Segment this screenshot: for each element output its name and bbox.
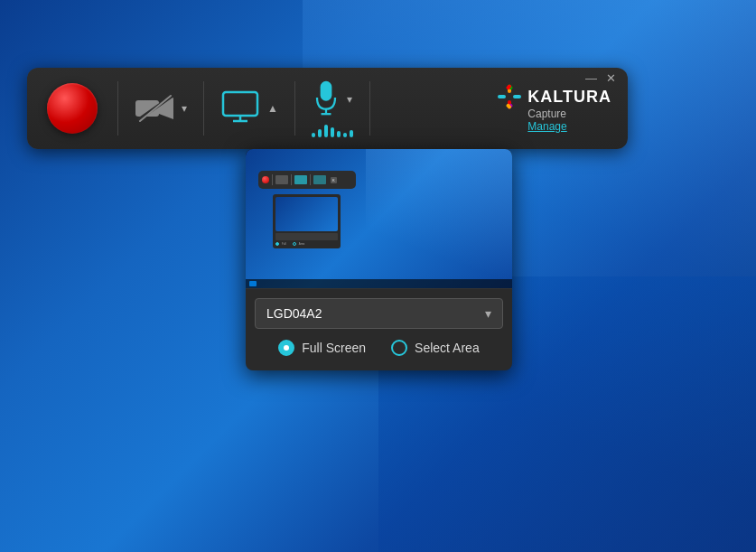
full-screen-label: Full Screen bbox=[302, 341, 366, 355]
mini-radio-area-label: Area bbox=[299, 242, 304, 246]
select-area-label: Select Area bbox=[415, 341, 480, 355]
mini-divider bbox=[272, 174, 273, 185]
mini-picker-preview bbox=[275, 197, 338, 231]
svg-rect-4 bbox=[223, 92, 257, 116]
main-toolbar: ▾ ▲ ▾ bbox=[27, 68, 628, 149]
mini-divider3 bbox=[310, 174, 311, 185]
mini-radio-fullscreen bbox=[275, 242, 279, 246]
mini-toolbar: K bbox=[258, 171, 356, 189]
camera-icon bbox=[135, 94, 174, 123]
mic-bar-2 bbox=[318, 129, 322, 137]
mic-bar-7 bbox=[350, 130, 353, 137]
mic-bar-5 bbox=[337, 131, 341, 137]
svg-rect-7 bbox=[321, 81, 332, 101]
camera-section[interactable]: ▾ bbox=[118, 94, 203, 123]
monitor-icon bbox=[220, 90, 260, 126]
camera-dropdown-arrow: ▾ bbox=[182, 102, 187, 115]
divider-4 bbox=[369, 81, 370, 136]
mini-cam-icon bbox=[275, 175, 288, 184]
capture-mode-radio-group: Full Screen Select Area bbox=[246, 340, 512, 356]
monitor-select-row: LGD04A2 ▾ bbox=[255, 298, 503, 329]
microphone-section[interactable]: ▾ bbox=[295, 80, 369, 137]
svg-rect-12 bbox=[498, 95, 506, 98]
brand-subtitle: Capture bbox=[527, 108, 566, 120]
mini-screen-picker: Full Area bbox=[273, 194, 341, 248]
mini-radio-area bbox=[293, 242, 296, 246]
monitor-select[interactable]: LGD04A2 ▾ bbox=[255, 298, 503, 329]
full-screen-option[interactable]: Full Screen bbox=[278, 340, 366, 356]
mini-picker-radio-row: Full Area bbox=[275, 242, 338, 246]
svg-rect-13 bbox=[513, 95, 521, 98]
mini-picker-select bbox=[275, 233, 338, 240]
mini-mic-icon bbox=[313, 175, 326, 184]
mic-dropdown-arrow: ▾ bbox=[347, 93, 352, 106]
manage-link[interactable]: Manage bbox=[527, 120, 566, 133]
select-area-radio[interactable] bbox=[391, 340, 407, 356]
mini-monitor-icon bbox=[294, 175, 307, 184]
record-button-section bbox=[27, 83, 117, 134]
monitor-select-chevron: ▾ bbox=[485, 306, 491, 321]
screen-preview: K Full Area bbox=[246, 149, 512, 289]
monitor-dropdown-arrow: ▲ bbox=[267, 102, 278, 115]
monitor-select-value: LGD04A2 bbox=[266, 306, 322, 321]
minimize-button[interactable]: — bbox=[585, 72, 597, 84]
microphone-icon bbox=[313, 80, 340, 119]
mic-bar-1 bbox=[312, 133, 315, 137]
monitor-section[interactable]: ▲ bbox=[204, 90, 294, 126]
kaltura-logo-icon bbox=[497, 84, 522, 109]
mini-record-dot bbox=[262, 176, 269, 183]
mini-taskbar bbox=[246, 279, 512, 288]
record-button[interactable] bbox=[47, 83, 98, 134]
close-button[interactable]: ✕ bbox=[606, 72, 616, 84]
select-area-option[interactable]: Select Area bbox=[391, 340, 480, 356]
brand-row: KALTURA bbox=[497, 84, 611, 109]
mic-bar-4 bbox=[331, 127, 334, 137]
window-controls: — ✕ bbox=[585, 72, 616, 84]
mic-level-bars bbox=[312, 123, 353, 137]
mic-bar-3 bbox=[324, 125, 328, 137]
mini-start-button bbox=[249, 281, 257, 286]
mic-row: ▾ bbox=[313, 80, 352, 119]
full-screen-radio[interactable] bbox=[278, 340, 294, 356]
camera-svg bbox=[135, 94, 174, 123]
brand-name: KALTURA bbox=[527, 88, 611, 107]
brand-section: KALTURA Capture Manage bbox=[484, 84, 628, 133]
mini-radio-fullscreen-label: Full bbox=[282, 242, 286, 246]
mini-brand-badge: K bbox=[331, 177, 337, 183]
mic-bar-6 bbox=[343, 133, 347, 137]
screen-picker-dropdown: K Full Area LGD04A2 ▾ Full Screen bbox=[246, 149, 512, 370]
mini-divider2 bbox=[291, 174, 292, 185]
